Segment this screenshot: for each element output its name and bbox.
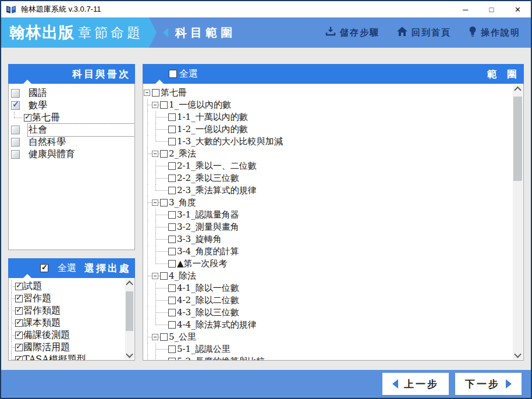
source-checkbox[interactable] <box>15 356 23 361</box>
scroll-down-icon[interactable] <box>513 350 523 359</box>
source-label[interactable]: 試題 <box>23 280 42 293</box>
tree-label[interactable]: 4-2_除以二位數 <box>177 295 239 306</box>
collapse-toggle-icon[interactable] <box>152 334 158 340</box>
subject-checkbox[interactable] <box>11 138 20 147</box>
subject-label[interactable]: 健康與體育 <box>28 148 134 161</box>
tree-label[interactable]: 5-2_長度的換算與比較 <box>177 356 265 361</box>
source-label[interactable]: 國際活用題 <box>23 341 70 354</box>
volume-checkbox[interactable] <box>24 114 31 122</box>
tree-label[interactable]: 2-2_乘以三位數 <box>177 173 239 184</box>
collapse-toggle-icon[interactable] <box>152 102 158 108</box>
tree-checkbox[interactable] <box>160 101 168 109</box>
header-action-3[interactable]: 操作說明 <box>469 26 520 39</box>
tree-checkbox[interactable] <box>168 248 176 255</box>
select-all-sources-checkbox[interactable] <box>40 264 48 272</box>
tree-checkbox[interactable] <box>168 321 176 329</box>
tree-checkbox[interactable] <box>168 309 176 316</box>
tree-label[interactable]: 第七冊 <box>161 87 187 98</box>
subject-label[interactable]: 國語 <box>28 87 134 99</box>
scope-scrollbar[interactable] <box>513 84 523 359</box>
tree-checkbox[interactable] <box>160 333 168 341</box>
tree-label[interactable]: 4-3_除以三位數 <box>177 307 239 318</box>
tree-checkbox[interactable] <box>168 126 176 133</box>
tree-checkbox[interactable] <box>168 187 176 194</box>
tree-checkbox[interactable] <box>168 223 176 231</box>
collapse-toggle-icon[interactable] <box>152 273 158 279</box>
subject-checkbox[interactable] <box>11 150 20 159</box>
source-label[interactable]: 課本類題 <box>23 317 61 329</box>
source-checkbox[interactable] <box>15 319 23 327</box>
tree-checkbox[interactable] <box>168 358 176 361</box>
tree-label[interactable]: 1_一億以內的數 <box>169 99 231 111</box>
tree-checkbox[interactable] <box>168 284 176 292</box>
tree-label[interactable]: 3-4_角度的計算 <box>177 246 239 257</box>
tree-checkbox[interactable] <box>168 113 176 121</box>
tree-checkbox[interactable] <box>168 211 176 219</box>
tree-checkbox[interactable] <box>168 345 176 353</box>
scroll-up-icon[interactable] <box>125 279 134 288</box>
source-checkbox[interactable] <box>15 344 23 351</box>
scroll-down-icon[interactable] <box>125 350 134 359</box>
collapse-toggle-icon[interactable] <box>144 90 150 96</box>
tree-checkbox[interactable] <box>160 199 168 206</box>
tree-label[interactable]: 3-2_測量與畫角 <box>177 222 239 233</box>
tree-checkbox[interactable] <box>160 150 168 158</box>
tree-label[interactable]: 3-1_認識量角器 <box>177 209 239 220</box>
select-all-scope-checkbox[interactable] <box>169 70 177 78</box>
source-label[interactable]: 備課後測題 <box>23 329 70 341</box>
header-action-1[interactable]: 儲存步驟 <box>325 27 380 38</box>
source-label[interactable]: TASA模擬題型 <box>23 354 86 361</box>
select-all-sources-label[interactable]: 全選 <box>58 262 76 275</box>
tree-label[interactable]: 5-1_認識公里 <box>177 344 230 355</box>
subject-checkbox[interactable] <box>11 101 20 110</box>
tree-label[interactable]: 4-4_除法算式的規律 <box>177 319 257 330</box>
tree-label[interactable]: ▲第一次段考 <box>177 258 228 269</box>
tree-checkbox[interactable] <box>168 162 176 170</box>
tree-checkbox[interactable] <box>152 89 159 97</box>
subject-label[interactable]: 社會 <box>28 124 134 136</box>
tree-guide <box>147 319 148 331</box>
tree-label[interactable]: 1-3_大數的大小比較與加減 <box>177 136 283 147</box>
tree-checkbox[interactable] <box>160 272 168 280</box>
source-checkbox[interactable] <box>15 307 23 315</box>
tree-label[interactable]: 4_除法 <box>169 270 196 282</box>
source-checkbox[interactable] <box>15 295 23 302</box>
source-checkbox[interactable] <box>15 332 23 339</box>
tree-checkbox[interactable] <box>168 297 176 304</box>
subject-label[interactable]: 自然科學 <box>28 136 134 148</box>
tree-checkbox[interactable] <box>168 260 176 268</box>
collapse-toggle-icon[interactable] <box>152 200 158 206</box>
minimize-button[interactable]: ─ <box>452 1 478 17</box>
tree-label[interactable]: 2_乘法 <box>169 148 196 159</box>
close-button[interactable]: ✕ <box>505 1 531 17</box>
source-checkbox[interactable] <box>15 283 23 290</box>
tree-label[interactable]: 3-3_旋轉角 <box>177 234 222 245</box>
maximize-button[interactable]: □ <box>478 1 505 17</box>
next-step-button[interactable]: 下一步 <box>455 373 522 395</box>
subject-checkbox[interactable] <box>11 89 20 98</box>
prev-step-button[interactable]: 上一步 <box>382 373 449 395</box>
volume-label[interactable]: 第七冊 <box>32 112 60 124</box>
subject-checkbox[interactable] <box>11 126 20 134</box>
tree-label[interactable]: 1-2_一億以內的數 <box>177 124 248 135</box>
scroll-up-icon[interactable] <box>513 84 523 94</box>
scrollbar-thumb[interactable] <box>126 291 133 331</box>
collapse-toggle-icon[interactable] <box>152 151 158 157</box>
select-all-scope-label[interactable]: 全選 <box>179 68 198 80</box>
footer-bar: 上一步 下一步 <box>1 370 531 398</box>
tree-checkbox[interactable] <box>168 236 176 243</box>
source-label[interactable]: 習作題 <box>23 293 51 305</box>
header-action-2[interactable]: 回到首頁 <box>397 27 451 38</box>
tree-label[interactable]: 2-3_乘法算式的規律 <box>177 185 257 196</box>
tree-label[interactable]: 3_角度 <box>169 197 196 208</box>
tree-label[interactable]: 4-1_除以一位數 <box>177 283 239 294</box>
tree-label[interactable]: 1-1_十萬以內的數 <box>177 112 248 123</box>
tree-label[interactable]: 2-1_乘以一、二位數 <box>177 161 257 172</box>
tree-checkbox[interactable] <box>168 138 176 145</box>
subject-label[interactable]: 數學 <box>28 99 134 112</box>
scrollbar-thumb[interactable] <box>513 97 522 181</box>
tree-label[interactable]: 5_公里 <box>169 332 196 343</box>
tree-checkbox[interactable] <box>168 174 176 182</box>
source-label[interactable]: 習作類題 <box>23 305 61 317</box>
sources-scrollbar[interactable] <box>125 279 134 359</box>
